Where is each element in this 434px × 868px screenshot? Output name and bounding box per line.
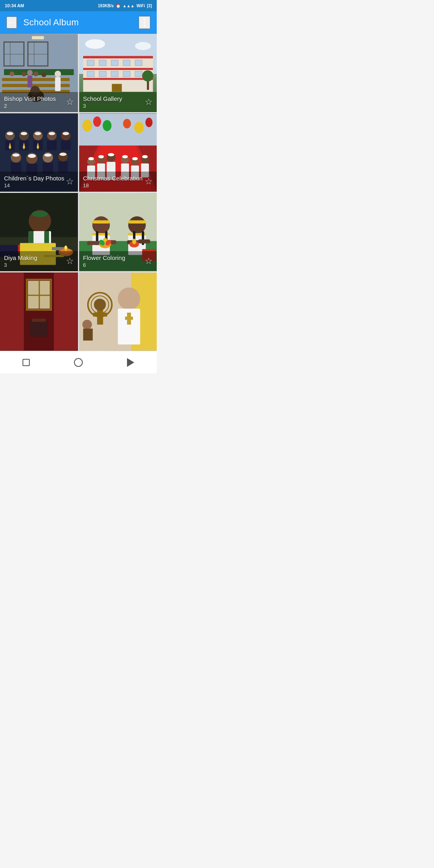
album-item-priest[interactable] — [79, 272, 157, 351]
svg-point-92 — [108, 153, 114, 156]
svg-rect-36 — [111, 71, 118, 77]
svg-point-18 — [27, 70, 33, 76]
svg-point-81 — [123, 119, 131, 129]
album-count-flower: 6 — [83, 262, 153, 268]
svg-rect-32 — [123, 60, 130, 66]
svg-point-105 — [32, 211, 48, 217]
svg-rect-27 — [83, 68, 153, 70]
svg-point-89 — [98, 155, 104, 158]
back-button[interactable]: ← — [6, 16, 17, 29]
back-icon — [127, 358, 134, 367]
svg-rect-7 — [32, 36, 44, 39]
svg-point-117 — [65, 246, 67, 249]
status-bar: 10:34 AM 193KB/s ⏰ ▲▲▲ WiFi [3] — [0, 0, 157, 11]
album-count-school: 3 — [83, 103, 153, 109]
svg-point-143 — [132, 239, 136, 244]
bottom-nav — [0, 351, 157, 373]
album-title-diya: Diya Making — [4, 254, 74, 261]
svg-point-23 — [85, 39, 105, 49]
star-bishop[interactable]: ☆ — [66, 97, 74, 107]
svg-rect-11 — [4, 69, 74, 75]
battery-icon: [3] — [147, 4, 152, 8]
album-title-childrens: Children`s Day Photos — [4, 175, 74, 182]
nav-square-button[interactable] — [17, 354, 35, 371]
svg-rect-166 — [83, 329, 92, 341]
album-item-christmas[interactable]: Christmas Celebration 18 ☆ — [79, 113, 157, 192]
svg-point-16 — [33, 72, 38, 76]
svg-rect-122 — [92, 220, 110, 223]
svg-rect-152 — [30, 321, 48, 337]
svg-rect-6 — [28, 54, 48, 54]
svg-rect-69 — [58, 162, 68, 173]
svg-point-70 — [59, 153, 67, 156]
svg-point-165 — [82, 320, 92, 330]
svg-rect-159 — [125, 317, 133, 320]
album-item-bishop-visit[interactable]: Bishop Visit Photos 2 ☆ — [0, 34, 78, 112]
home-icon — [74, 358, 83, 367]
svg-point-49 — [21, 132, 27, 135]
star-flower[interactable]: ☆ — [145, 256, 153, 266]
svg-rect-146 — [54, 273, 78, 351]
album-count-bishop: 2 — [4, 103, 74, 109]
svg-point-17 — [41, 72, 46, 77]
svg-rect-38 — [135, 71, 142, 77]
alarm-icon: ⏰ — [116, 4, 121, 8]
svg-rect-13 — [55, 77, 61, 91]
svg-point-58 — [63, 132, 69, 135]
time-display: 10:34 AM — [5, 3, 24, 8]
square-icon — [23, 359, 30, 366]
svg-point-80 — [102, 120, 111, 131]
network-speed: 193KB/s — [98, 4, 114, 8]
svg-point-64 — [28, 154, 36, 158]
svg-point-83 — [145, 118, 152, 127]
album-item-flower-coloring[interactable]: Flower Coloring 6 ☆ — [79, 193, 157, 271]
album-item-childrens-day[interactable]: Children`s Day Photos 14 ☆ — [0, 113, 78, 192]
svg-rect-34 — [87, 71, 94, 77]
star-diya[interactable]: ☆ — [66, 256, 74, 266]
svg-rect-37 — [123, 71, 130, 77]
svg-point-79 — [93, 117, 101, 127]
svg-point-78 — [82, 120, 92, 132]
svg-point-156 — [118, 287, 140, 310]
svg-rect-145 — [0, 273, 24, 351]
svg-rect-57 — [61, 140, 71, 150]
album-grid: Bishop Visit Photos 2 ☆ — [0, 34, 157, 351]
svg-point-82 — [134, 122, 143, 133]
svg-rect-39 — [112, 84, 122, 92]
wifi-icon: WiFi — [137, 4, 145, 8]
svg-rect-77 — [79, 114, 157, 145]
svg-point-95 — [122, 155, 128, 158]
svg-point-55 — [49, 132, 55, 135]
album-count-christmas: 18 — [83, 182, 153, 188]
status-icons: 193KB/s ⏰ ▲▲▲ WiFi [3] — [98, 4, 152, 8]
star-christmas[interactable]: ☆ — [145, 176, 153, 187]
svg-rect-28 — [83, 78, 153, 80]
album-title-bishop: Bishop Visit Photos — [4, 95, 74, 102]
star-school[interactable]: ☆ — [145, 97, 153, 107]
svg-point-101 — [142, 155, 147, 158]
nav-back-button[interactable] — [122, 354, 139, 371]
svg-point-121 — [92, 216, 110, 234]
album-scroll-container: Bishop Visit Photos 2 ☆ — [0, 34, 157, 351]
svg-rect-150 — [28, 295, 50, 296]
svg-rect-26 — [83, 56, 153, 58]
more-options-button[interactable]: ⋮ — [139, 16, 150, 29]
svg-rect-35 — [99, 71, 106, 77]
svg-point-98 — [132, 157, 137, 160]
star-childrens[interactable]: ☆ — [66, 176, 74, 187]
svg-rect-33 — [135, 60, 142, 66]
svg-point-14 — [10, 72, 14, 76]
svg-rect-54 — [47, 140, 57, 150]
svg-point-52 — [35, 132, 41, 135]
svg-point-67 — [44, 154, 51, 157]
album-item-school-gallery[interactable]: School Gallery 3 ☆ — [79, 34, 157, 112]
svg-rect-31 — [111, 60, 118, 66]
album-item-diya-making[interactable]: Diya Making 3 ☆ — [0, 193, 78, 271]
svg-rect-134 — [128, 220, 146, 223]
signal-icon: ▲▲▲ — [123, 4, 135, 8]
svg-point-61 — [12, 154, 20, 157]
album-title-christmas: Christmas Celebration — [83, 175, 153, 182]
album-item-room-decor[interactable] — [0, 272, 78, 351]
svg-rect-127 — [87, 241, 101, 245]
nav-home-button[interactable] — [70, 354, 87, 371]
